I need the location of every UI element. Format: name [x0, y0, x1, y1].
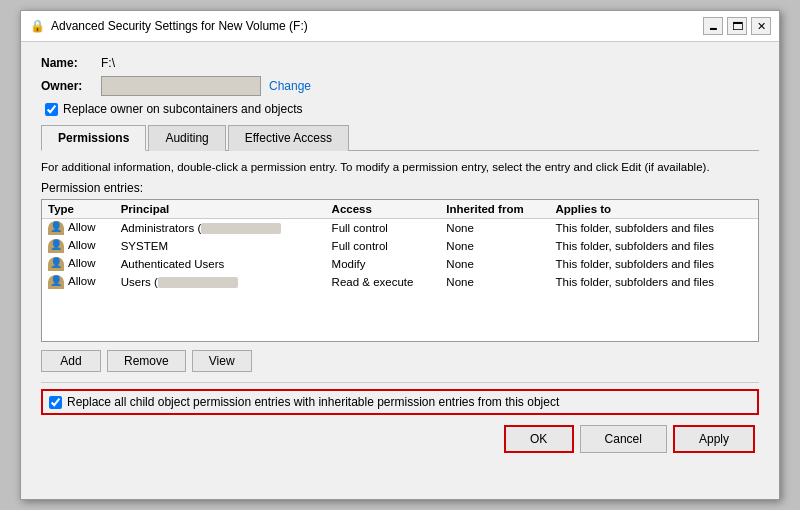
col-inherited: Inherited from — [440, 200, 549, 219]
blurred-text — [158, 277, 238, 288]
cell-type: 👤Allow — [42, 255, 115, 273]
tab-auditing[interactable]: Auditing — [148, 125, 225, 151]
col-principal: Principal — [115, 200, 326, 219]
cell-access: Full control — [326, 219, 441, 238]
cell-applies-to: This folder, subfolders and files — [550, 219, 759, 238]
window-controls: 🗕 🗖 ✕ — [703, 17, 771, 35]
replace-child-label: Replace all child object permission entr… — [67, 395, 559, 409]
type-text: Allow — [68, 275, 95, 287]
type-text: Allow — [68, 221, 95, 233]
change-owner-link[interactable]: Change — [269, 79, 311, 93]
cell-access: Read & execute — [326, 273, 441, 291]
blurred-text — [201, 223, 281, 234]
col-access: Access — [326, 200, 441, 219]
apply-button[interactable]: Apply — [673, 425, 755, 453]
col-applies: Applies to — [550, 200, 759, 219]
window-icon: 🔒 — [29, 18, 45, 34]
cell-type: 👤Allow — [42, 219, 115, 238]
permission-table: Type Principal Access Inherited from App… — [42, 200, 758, 341]
permission-table-wrapper: Type Principal Access Inherited from App… — [41, 199, 759, 342]
table-row[interactable]: 👤AllowSYSTEMFull controlNoneThis folder,… — [42, 237, 758, 255]
window-title: Advanced Security Settings for New Volum… — [51, 19, 308, 33]
tab-effective-access[interactable]: Effective Access — [228, 125, 349, 151]
table-row[interactable]: 👤AllowAdministrators (Full controlNoneTh… — [42, 219, 758, 238]
name-label: Name: — [41, 56, 101, 70]
add-button[interactable]: Add — [41, 350, 101, 372]
table-row[interactable]: 👤AllowUsers (Read & executeNoneThis fold… — [42, 273, 758, 291]
type-text: Allow — [68, 239, 95, 251]
remove-button[interactable]: Remove — [107, 350, 186, 372]
cell-principal: SYSTEM — [115, 237, 326, 255]
cell-inherited: None — [440, 219, 549, 238]
cell-applies-to: This folder, subfolders and files — [550, 273, 759, 291]
user-icon: 👤 — [48, 239, 64, 253]
type-text: Allow — [68, 257, 95, 269]
cell-principal: Authenticated Users — [115, 255, 326, 273]
cell-applies-to: This folder, subfolders and files — [550, 255, 759, 273]
replace-owner-checkbox[interactable] — [45, 103, 58, 116]
replace-child-row: Replace all child object permission entr… — [41, 389, 759, 415]
cell-principal: Users ( — [115, 273, 326, 291]
info-text: For additional information, double-click… — [41, 159, 759, 175]
minimize-button[interactable]: 🗕 — [703, 17, 723, 35]
cell-type: 👤Allow — [42, 237, 115, 255]
replace-child-checkbox[interactable] — [49, 396, 62, 409]
tabs-bar: Permissions Auditing Effective Access — [41, 124, 759, 151]
close-button[interactable]: ✕ — [751, 17, 771, 35]
user-icon: 👤 — [48, 257, 64, 271]
table-action-buttons: Add Remove View — [41, 350, 759, 372]
user-icon: 👤 — [48, 221, 64, 235]
user-icon: 👤 — [48, 275, 64, 289]
cell-inherited: None — [440, 237, 549, 255]
section-label: Permission entries: — [41, 181, 759, 195]
owner-label: Owner: — [41, 79, 101, 93]
col-type: Type — [42, 200, 115, 219]
restore-button[interactable]: 🗖 — [727, 17, 747, 35]
cancel-button[interactable]: Cancel — [580, 425, 667, 453]
cell-principal: Administrators ( — [115, 219, 326, 238]
table-row[interactable]: 👤AllowAuthenticated UsersModifyNoneThis … — [42, 255, 758, 273]
view-button[interactable]: View — [192, 350, 252, 372]
dialog-content: Name: F:\ Owner: Change Replace owner on… — [21, 42, 779, 463]
replace-owner-label: Replace owner on subcontainers and objec… — [63, 102, 302, 116]
cell-inherited: None — [440, 273, 549, 291]
owner-input-display — [101, 76, 261, 96]
ok-button[interactable]: OK — [504, 425, 574, 453]
owner-field-row: Owner: Change — [41, 76, 759, 96]
name-field-row: Name: F:\ — [41, 56, 759, 70]
title-bar: 🔒 Advanced Security Settings for New Vol… — [21, 11, 779, 42]
cell-access: Full control — [326, 237, 441, 255]
tab-permissions[interactable]: Permissions — [41, 125, 146, 151]
cell-inherited: None — [440, 255, 549, 273]
name-value: F:\ — [101, 56, 115, 70]
cell-type: 👤Allow — [42, 273, 115, 291]
advanced-security-dialog: 🔒 Advanced Security Settings for New Vol… — [20, 10, 780, 500]
replace-owner-row: Replace owner on subcontainers and objec… — [45, 102, 759, 116]
cell-applies-to: This folder, subfolders and files — [550, 237, 759, 255]
cell-access: Modify — [326, 255, 441, 273]
footer-buttons: OK Cancel Apply — [41, 425, 759, 453]
